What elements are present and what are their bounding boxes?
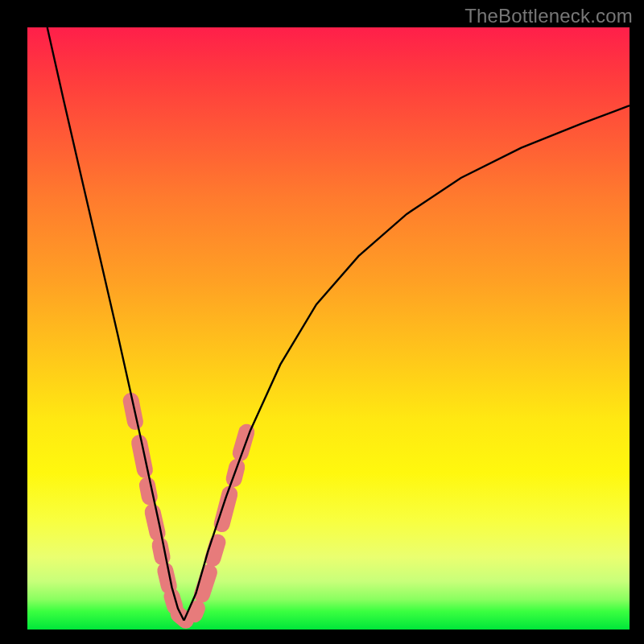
chart-svg [27,27,630,630]
outer-frame: TheBottleneck.com [0,0,644,644]
bead-segment [202,572,209,595]
bead-segment [213,543,217,559]
bead-overlay [131,401,247,621]
watermark-text: TheBottleneck.com [464,5,633,27]
curve-right-branch [184,105,630,621]
bead-segment [147,485,150,497]
plot-area [27,27,630,630]
bead-segment [160,545,163,557]
bead-segment [195,609,197,615]
